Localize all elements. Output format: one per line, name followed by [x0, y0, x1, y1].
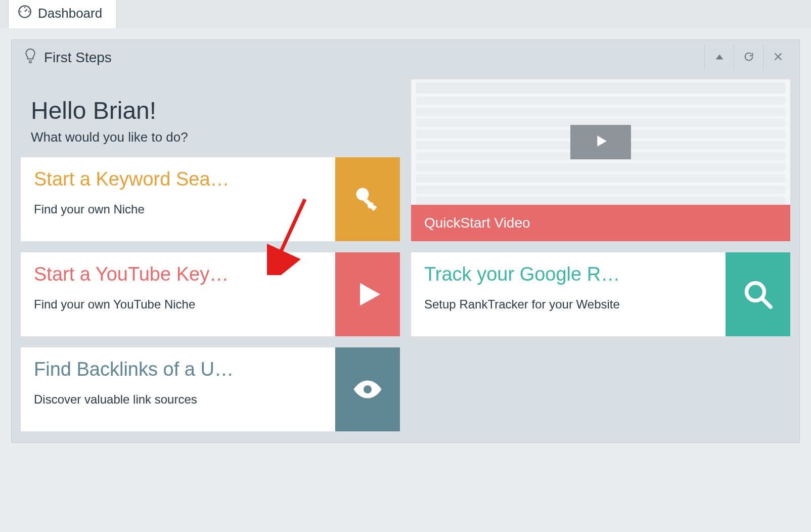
key-icon: [335, 157, 400, 241]
greeting-heading: Hello Brian!: [31, 97, 390, 124]
tab-label: Dashboard: [38, 6, 102, 21]
video-play-button[interactable]: [570, 125, 631, 159]
video-preview: [411, 79, 790, 205]
greeting-cell: Hello Brian! What would you like to do?: [21, 79, 400, 146]
tab-dashboard[interactable]: Dashboard: [8, 0, 117, 28]
svg-point-7: [364, 385, 372, 393]
play-icon: [593, 133, 609, 151]
refresh-button[interactable]: [734, 45, 763, 71]
start-youtube-keyword-card[interactable]: Start a YouTube Key… Find your own YouTu…: [21, 252, 400, 336]
card-sub: Find your own Niche: [34, 202, 322, 216]
collapse-button[interactable]: [704, 45, 734, 71]
greeting: Hello Brian! What would you like to do?: [21, 79, 400, 146]
close-icon: [773, 51, 784, 64]
video-label: QuickStart Video: [411, 205, 790, 241]
card-title: Find Backlinks of a U…: [34, 359, 322, 380]
first-steps-panel: First Steps: [11, 39, 800, 443]
track-card-cell: Track your Google R… Setup RankTracker f…: [411, 252, 790, 336]
start-keyword-search-card[interactable]: Start a Keyword Sea… Find your own Niche: [21, 157, 400, 241]
card-title: Track your Google R…: [424, 263, 712, 285]
card-title: Start a Keyword Sea…: [34, 168, 322, 190]
tab-bar: Dashboard: [0, 0, 811, 28]
panel-body: Hello Brian! What would you like to do?: [12, 75, 799, 442]
close-button[interactable]: [763, 45, 792, 71]
empty-cell: [411, 347, 790, 431]
card-title: Start a YouTube Key…: [34, 263, 322, 285]
backlinks-card-cell: Find Backlinks of a U… Discover valuable…: [21, 347, 400, 431]
track-google-rankings-card[interactable]: Track your Google R… Setup RankTracker f…: [411, 252, 790, 336]
panel-header: First Steps: [12, 40, 799, 75]
card-sub: Find your own YouTube Niche: [34, 297, 322, 312]
search-icon: [726, 252, 790, 336]
triangle-up-icon: [714, 51, 725, 64]
gauge-icon: [18, 5, 32, 22]
panel-header-actions: [704, 45, 792, 71]
quickstart-video-card[interactable]: QuickStart Video: [411, 79, 790, 241]
play-icon: [335, 252, 400, 336]
card-sub: Discover valuable link sources: [34, 392, 322, 407]
card-sub: Setup RankTracker for your Website: [424, 297, 712, 312]
video-cell: QuickStart Video: [411, 79, 790, 241]
refresh-icon: [743, 51, 754, 64]
youtube-card-cell: Start a YouTube Key… Find your own YouTu…: [21, 252, 400, 336]
panel-title: First Steps: [44, 50, 112, 66]
eye-icon: [335, 347, 400, 431]
find-backlinks-card[interactable]: Find Backlinks of a U… Discover valuable…: [21, 347, 400, 431]
lightbulb-icon: [24, 48, 37, 68]
keyword-card-cell: Start a Keyword Sea… Find your own Niche: [21, 157, 400, 241]
greeting-sub: What would you like to do?: [31, 129, 390, 145]
